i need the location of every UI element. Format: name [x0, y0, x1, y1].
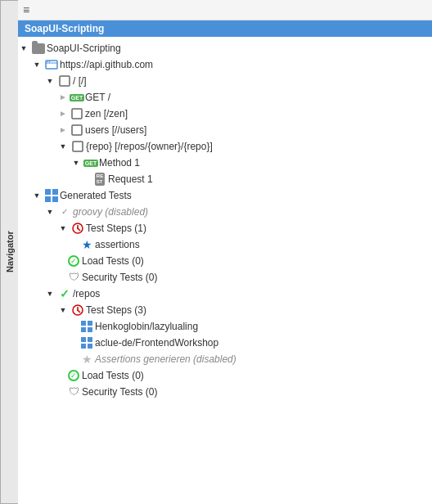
teststeps1-expand[interactable]: ▼ [57, 223, 69, 234]
repo-label[interactable]: {repo} [/repos/{owner}/{repo}] [86, 139, 213, 154]
sectest1-label[interactable]: Security Tests (0) [82, 270, 157, 285]
get-root-expand: ► [57, 92, 69, 103]
get-root-node[interactable]: ► GET GET / [18, 89, 432, 106]
assertions-gen-label[interactable]: Assertions generieren (disabled) [95, 352, 236, 367]
teststeps1-node[interactable]: ▼ Test Steps (1) [18, 220, 432, 236]
svg-rect-9 [52, 189, 58, 195]
generated-tests-node[interactable]: ▼ Generated Tests [18, 187, 432, 204]
request1-label[interactable]: Request 1 [108, 172, 153, 187]
zen-node[interactable]: ► zen [/zen] [18, 106, 432, 122]
generated-tests-expand[interactable]: ▼ [31, 190, 43, 201]
menu-icon[interactable]: ≡ [23, 3, 29, 16]
method1-node[interactable]: ▼ GET Method 1 [18, 155, 432, 171]
svg-rect-6 [72, 125, 82, 135]
assertions-gen-star-icon: ★ [80, 353, 93, 366]
request1-node[interactable]: REST Request 1 [18, 171, 432, 187]
assertions-star-icon: ★ [80, 238, 93, 251]
root-folder-icon [32, 42, 45, 55]
henko-node[interactable]: Henkoglobin/lazylualing [18, 318, 432, 335]
sectest1-icon: 🛡 [67, 271, 80, 284]
api-expand-icon[interactable]: ▼ [31, 59, 43, 70]
svg-point-3 [49, 61, 50, 62]
repos-expand[interactable]: ▼ [44, 288, 56, 299]
henko-expand [70, 321, 79, 332]
svg-rect-21 [88, 321, 92, 326]
loadtest1-label[interactable]: Load Tests (0) [82, 254, 144, 268]
aclue-expand [70, 337, 79, 349]
get-root-label[interactable]: GET / [85, 90, 110, 105]
assertions-node[interactable]: ★ assertions [18, 236, 432, 253]
loadtest2-node[interactable]: ✓ Load Tests (0) [18, 367, 432, 384]
main-panel: ≡ SoapUI-Scripting ▼ SoapUI-Scripting ▼ [18, 0, 432, 504]
users-label[interactable]: users [//users] [85, 123, 146, 137]
teststeps3-icon [71, 304, 84, 317]
groovy-expand[interactable]: ▼ [44, 206, 56, 218]
assertions-gen-expand [70, 353, 79, 365]
sectest2-node[interactable]: 🛡 Security Tests (0) [18, 384, 432, 400]
root-path-label[interactable]: / [/] [73, 74, 87, 88]
sectest1-node[interactable]: 🛡 Security Tests (0) [18, 269, 432, 286]
zen-icon [70, 107, 83, 120]
generated-tests-label[interactable]: Generated Tests [60, 188, 132, 203]
svg-point-19 [77, 309, 79, 311]
repo-expand[interactable]: ▼ [57, 141, 69, 152]
svg-rect-25 [88, 337, 92, 342]
assertions-gen-node[interactable]: ★ Assertions generieren (disabled) [18, 351, 432, 367]
sectest2-label[interactable]: Security Tests (0) [82, 385, 157, 399]
svg-point-2 [47, 61, 47, 62]
users-expand: ► [57, 124, 69, 136]
groovy-label[interactable]: groovy (disabled) [73, 205, 148, 219]
loadtest2-icon: ✓ [67, 369, 80, 382]
repos-icon: ✓ [58, 287, 71, 300]
svg-rect-22 [81, 327, 86, 332]
api-icon [45, 58, 58, 71]
api-node[interactable]: ▼ https://api.github.com [18, 56, 432, 73]
request1-icon: REST [93, 173, 106, 186]
svg-rect-10 [45, 196, 51, 202]
method1-expand[interactable]: ▼ [70, 157, 82, 169]
project-title[interactable]: SoapUI-Scripting [18, 20, 432, 37]
get-root-icon: GET [70, 91, 83, 104]
repo-node[interactable]: ▼ {repo} [/repos/{owner}/{repo}] [18, 138, 432, 155]
teststeps3-node[interactable]: ▼ Test Steps (3) [18, 302, 432, 318]
zen-expand: ► [57, 108, 69, 119]
aclue-icon [80, 336, 93, 349]
toolbar: ≡ [18, 0, 432, 20]
teststeps1-label[interactable]: Test Steps (1) [86, 221, 146, 236]
loadtest1-expand [57, 255, 65, 267]
svg-rect-8 [45, 189, 51, 195]
assertions-label[interactable]: assertions [95, 237, 140, 252]
users-node[interactable]: ► users [//users] [18, 122, 432, 138]
root-path-node[interactable]: ▼ / [/] [18, 73, 432, 89]
svg-rect-11 [52, 196, 58, 202]
root-label[interactable]: SoapUI-Scripting [47, 41, 121, 56]
teststeps3-label[interactable]: Test Steps (3) [86, 303, 146, 317]
loadtest1-icon: ✓ [67, 254, 80, 268]
repos-label[interactable]: /repos [73, 286, 100, 301]
root-expand-icon[interactable]: ▼ [18, 43, 29, 54]
generated-tests-icon [45, 189, 58, 202]
method1-label[interactable]: Method 1 [99, 155, 140, 170]
loadtest2-label[interactable]: Load Tests (0) [82, 368, 144, 383]
loadtest1-node[interactable]: ✓ Load Tests (0) [18, 253, 432, 269]
repos-testcase-node[interactable]: ▼ ✓ /repos [18, 286, 432, 302]
tree-root[interactable]: ▼ SoapUI-Scripting [18, 40, 432, 56]
aclue-label[interactable]: aclue-de/FrontendWorkshop [95, 335, 218, 350]
groovy-icon: ✓ [58, 205, 71, 218]
aclue-node[interactable]: aclue-de/FrontendWorkshop [18, 335, 432, 351]
api-label[interactable]: https://api.github.com [60, 57, 153, 72]
groovy-node[interactable]: ▼ ✓ groovy (disabled) [18, 204, 432, 220]
sectest2-icon: 🛡 [67, 385, 80, 398]
teststeps1-icon [71, 222, 84, 235]
svg-rect-5 [72, 109, 82, 119]
repo-icon [71, 140, 84, 153]
root-path-expand[interactable]: ▼ [44, 75, 56, 87]
navigator-tab[interactable]: Navigator [0, 0, 18, 504]
method1-icon: GET [84, 156, 97, 169]
svg-rect-4 [60, 76, 70, 86]
svg-rect-23 [88, 327, 92, 332]
svg-rect-26 [81, 344, 86, 349]
henko-label[interactable]: Henkoglobin/lazylualing [95, 319, 198, 334]
teststeps3-expand[interactable]: ▼ [57, 304, 69, 316]
zen-label[interactable]: zen [/zen] [85, 106, 128, 121]
